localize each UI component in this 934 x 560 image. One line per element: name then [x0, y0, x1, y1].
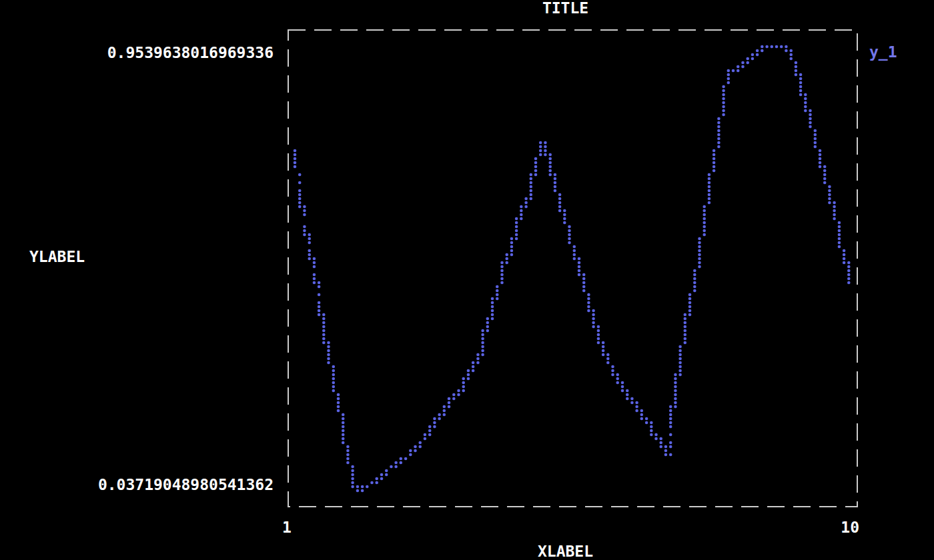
y-axis-min-tick-label: 0.03719048980541362	[0, 477, 274, 493]
x-axis-min-tick-label: 1	[282, 519, 292, 535]
x-axis-max-tick-label: 10	[773, 519, 859, 535]
plot-border	[288, 30, 857, 507]
plot-canvas	[288, 29, 858, 507]
y-axis-label: YLABEL	[29, 249, 85, 265]
x-axis-label: XLABEL	[280, 543, 851, 559]
plot-title: TITLE	[280, 0, 851, 16]
y-axis-max-tick-label: 0.9539638016969336	[0, 45, 274, 61]
terminal-plot-screen: TITLE 0.9539638016969336 0.0371904898054…	[0, 0, 934, 560]
legend-series-label: y_1	[869, 44, 897, 60]
scatter-series-y1	[294, 45, 851, 493]
